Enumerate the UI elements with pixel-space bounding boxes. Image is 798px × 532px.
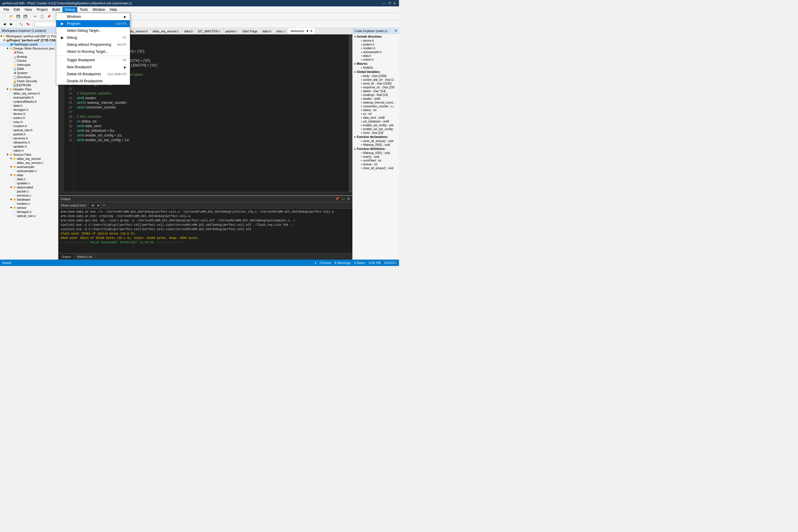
menu-project[interactable]: Project — [34, 7, 50, 12]
horizontal-scrollbar[interactable] — [58, 192, 352, 195]
dropdown-select-debug[interactable]: Select Debug Target... — [56, 27, 130, 34]
menu-build[interactable]: Build — [50, 7, 62, 12]
tree-pins[interactable]: 📌 Pins — [0, 51, 58, 55]
ce-item[interactable]: ●Wakeup_ISR() : void — [353, 151, 399, 155]
tree-atlas-folder[interactable]: ▼ 📂 atlas_wq_sensor — [0, 157, 58, 161]
ce-item[interactable]: ●autosampler.h — [353, 50, 399, 54]
tree-ultrasonic-h[interactable]: 📄 ultrasonic.h — [0, 140, 58, 145]
menu-edit[interactable]: Edit — [12, 7, 22, 12]
ce-item[interactable]: ●enable_ssl_sec_config : — [353, 127, 399, 131]
tree-data-folder[interactable]: ▼ 📂 data — [0, 173, 58, 177]
tree-decagon-c[interactable]: 📄 decagon.c — [0, 210, 58, 214]
menu-tools[interactable]: Tools — [77, 7, 90, 12]
toolbar-copy-btn[interactable]: 📋 — [39, 14, 45, 20]
tree-data-c[interactable]: 📄 data.c — [0, 177, 58, 181]
maximize-button[interactable]: ❐ — [387, 1, 392, 5]
vertical-scrollbar[interactable] — [349, 34, 352, 192]
tree-directives[interactable]: 📋 Directives — [0, 75, 58, 79]
ce-item[interactable]: ●enable_ssl_config : uint — [353, 124, 399, 127]
ce-item[interactable]: ●meid : char [20] — [353, 131, 399, 135]
close-button[interactable]: ✕ — [393, 1, 397, 5]
ce-item[interactable]: ●connection_counter : u... — [353, 104, 399, 108]
dropdown-program[interactable]: ▶ Program Ctrl+F5 — [56, 20, 130, 27]
tab-packet-c[interactable]: packet.c — [223, 28, 240, 34]
tree-sensor-folder[interactable]: ▼ 📂 sensor — [0, 206, 58, 210]
output-close-btn[interactable]: ✕ — [347, 197, 350, 201]
ce-item[interactable]: ●extern.h — [353, 58, 399, 61]
toolbar-cut-btn[interactable]: ✂ — [32, 14, 38, 20]
tree-autosampler-folder[interactable]: ▼ 📂 autosampler — [0, 165, 58, 169]
tree-system[interactable]: ⚙ System — [0, 71, 58, 75]
minimize-button[interactable]: — — [382, 1, 386, 5]
ce-item[interactable]: ●clear_all_arrays() : void — [353, 166, 399, 170]
tree-data-h[interactable]: 📄 data.h — [0, 103, 58, 108]
ce-item[interactable]: ●readings : float [14] — [353, 93, 399, 97]
toolbar-bookmark-btn[interactable]: 🔖 — [25, 21, 31, 27]
output-pin-btn[interactable]: 📌 — [335, 197, 339, 201]
output-tab-notice[interactable]: Notice List — [74, 254, 95, 259]
toolbar-nav-fwd-btn[interactable]: ▶ — [8, 21, 15, 27]
tab-i2c-master[interactable]: I2C_MASTER.c — [195, 28, 223, 34]
tree-deprecated-folder[interactable]: ▼ 📂 deprecated — [0, 185, 58, 189]
ce-item[interactable]: ●modem.h — [353, 46, 399, 50]
menu-debug[interactable]: Debug — [62, 7, 77, 12]
tree-updater-c[interactable]: 📄 updater.c — [0, 181, 58, 185]
ce-item[interactable]: ●main() : void — [353, 155, 399, 159]
tree-topdesign[interactable]: 🔷 TopDesign.cysch — [0, 42, 58, 46]
dropdown-toggle-bp[interactable]: Toggle Breakpoint F9 — [56, 57, 130, 63]
tree-updater-h[interactable]: 📄 updater.h — [0, 145, 58, 149]
tree-flash-security[interactable]: 🔒 Flash Security — [0, 79, 58, 83]
ce-item[interactable]: ●send_str : char [1500] — [353, 82, 399, 86]
ce-item[interactable]: ●clear_all_arrays() : void — [353, 139, 399, 143]
toolbar-open-btn[interactable]: 📂 — [8, 14, 15, 20]
output-clear-btn[interactable]: ✕ — [103, 203, 105, 207]
menu-view[interactable]: View — [22, 7, 34, 12]
ce-item[interactable]: ●data.h — [353, 54, 399, 58]
ce-item[interactable]: ●project.h — [353, 43, 399, 46]
toolbar-new-btn[interactable]: 📄 — [1, 14, 7, 20]
dropdown-disable-all-bp[interactable]: Disable All Breakpoints — [56, 78, 130, 84]
tree-optical-c[interactable]: 📄 optical_rain.c — [0, 214, 58, 218]
tree-modem-c[interactable]: 📄 modem.c — [0, 202, 58, 206]
tab-data-h2[interactable]: data.h — [182, 28, 196, 34]
tab-start-page[interactable]: Start Page — [240, 28, 260, 34]
dropdown-delete-all-bp[interactable]: Delete All Breakpoints Ctrl+Shift+F9 — [56, 71, 130, 78]
tree-decagon-h[interactable]: 📄 decagon.h — [0, 108, 58, 112]
tree-device-h[interactable]: 📄 device.h — [0, 112, 58, 116]
tab-data-h3[interactable]: data.h — [260, 28, 274, 34]
tree-workspace[interactable]: ▼ 📁 Workspace 'perfect-cell-000' (1 Pro.… — [0, 34, 58, 38]
menu-file[interactable]: File — [1, 7, 12, 12]
tree-packet-h[interactable]: 📄 packet.h — [0, 132, 58, 136]
tree-modem-h[interactable]: 📄 modem.h — [0, 124, 58, 128]
tree-atlas-c[interactable]: 📄 atlas_wq_sensor.c — [0, 161, 58, 165]
output-content[interactable]: arm-none-eabi-ar.exe -rs .\CortexM3\ARM_… — [58, 209, 352, 253]
tree-misc-h[interactable]: 📄 misc.h — [0, 120, 58, 124]
ce-item[interactable]: ●Wakeup_ISR() : void — [353, 143, 399, 147]
ce-item[interactable]: ●ss : int — [353, 112, 399, 116]
ce-item[interactable]: ●wakeup_interval_count... — [353, 101, 399, 104]
tree-valve-h[interactable]: 📄 valve.h — [0, 149, 58, 153]
menu-window[interactable]: Window — [90, 7, 107, 12]
tree-extern-h[interactable]: 📄 extern.h — [0, 116, 58, 120]
output-filter-select[interactable]: All — [88, 203, 101, 208]
tree-services-c[interactable]: 📄 services.c — [0, 193, 58, 197]
tree-clocks[interactable]: 🕐 Clocks — [0, 59, 58, 63]
ce-item[interactable]: ●NVARS — [353, 66, 399, 70]
code-explorer-close-btn[interactable]: ✕ — [395, 29, 397, 33]
tree-dma[interactable]: 📡 DMA — [0, 67, 58, 71]
dropdown-new-bp[interactable]: New Breakpoint ▶ — [56, 63, 130, 71]
tree-atlas-h[interactable]: 📄 atlas_wq_sensor.h — [0, 91, 58, 95]
toolbar-find-btn[interactable]: 🔍 — [18, 21, 24, 27]
output-tab-output[interactable]: Output — [58, 254, 74, 259]
tree-header-files[interactable]: ▼ 📂 Header Files — [0, 87, 58, 91]
dropdown-debug[interactable]: ▶ Debug F5 — [56, 34, 130, 41]
toolbar-save-all-btn[interactable]: 💾 — [22, 14, 28, 20]
tree-eeprom[interactable]: 💽 EEPROM — [0, 83, 58, 87]
ce-item[interactable]: ●socket_dial_str : char [1 — [353, 78, 399, 82]
tree-optical-h[interactable]: 📄 optical_rain.h — [0, 128, 58, 132]
ce-item[interactable]: ●numFilled : int — [353, 159, 399, 163]
tree-source-files[interactable]: ▼ 📂 Source Files — [0, 153, 58, 157]
tree-hardware-folder[interactable]: ▼ 📂 hardware — [0, 197, 58, 202]
tree-design-wide[interactable]: ▼ 📂 Design Wide Resources (per... — [0, 46, 58, 51]
ce-item[interactable]: ●data_sent : uint8 — [353, 116, 399, 119]
